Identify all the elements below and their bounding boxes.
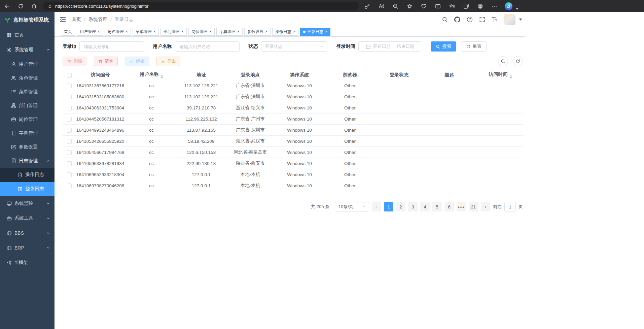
- date-range-picker[interactable]: 开始日期 - 结束日期: [358, 41, 421, 52]
- tab-6[interactable]: 字典管理×: [216, 28, 243, 36]
- favorites-icon[interactable]: [448, 2, 456, 10]
- browser-back-icon[interactable]: [3, 2, 11, 10]
- split-screen-icon[interactable]: [434, 2, 441, 10]
- close-icon[interactable]: ×: [126, 30, 128, 34]
- table-row[interactable]: 1641031367863177216cc113.102.129.221广东省-…: [63, 80, 523, 91]
- next-page-button[interactable]: ›: [481, 202, 490, 211]
- tab-5[interactable]: 岗位管理×: [188, 28, 215, 36]
- avatar-caret-icon[interactable]: [519, 19, 522, 21]
- profile-icon[interactable]: [476, 2, 484, 10]
- prev-page-button[interactable]: ‹: [372, 202, 381, 211]
- unlock-button[interactable]: 解锁: [125, 57, 149, 66]
- page-size-select[interactable]: 10条/页: [335, 202, 369, 211]
- page-ellipsis[interactable]: •••: [457, 202, 466, 211]
- copilot-caret-icon[interactable]: [516, 8, 518, 10]
- table-row[interactable]: 1641044520567181312cc112.96.225.132广东省-广…: [63, 113, 523, 125]
- browser-essentials-icon[interactable]: [420, 2, 427, 10]
- copilot-icon[interactable]: b: [505, 2, 512, 10]
- page-goto-input[interactable]: [504, 202, 516, 211]
- page-button-1[interactable]: 1: [384, 202, 393, 211]
- sidebar-item-param-settings[interactable]: 参数设置: [0, 140, 55, 154]
- password-key-icon[interactable]: [363, 2, 371, 10]
- sidebar-item-login-log[interactable]: 登录日志: [0, 182, 55, 196]
- sort-icon[interactable]: [509, 75, 512, 79]
- fullscreen-icon[interactable]: [479, 17, 485, 23]
- user-name-input[interactable]: [179, 44, 236, 50]
- tab-9[interactable]: 登录日志×: [300, 28, 330, 36]
- column-header[interactable]: 访问时间: [478, 70, 523, 80]
- page-button-2[interactable]: 2: [396, 202, 405, 211]
- sidebar-item-system-tools[interactable]: 系统工具: [0, 211, 55, 226]
- sidebar-item-erp[interactable]: ERP: [0, 240, 55, 255]
- sidebar-item-home[interactable]: 首页: [0, 28, 55, 42]
- row-checkbox[interactable]: [67, 128, 72, 133]
- close-icon[interactable]: ×: [181, 30, 184, 34]
- zoom-out-icon[interactable]: [392, 2, 399, 10]
- tab-7[interactable]: 参数设置×: [244, 28, 271, 36]
- row-checkbox[interactable]: [67, 150, 72, 155]
- table-row[interactable]: 1641053426655825920cc58.19.42.209湖北省-武汉市…: [63, 136, 523, 147]
- row-checkbox[interactable]: [67, 95, 72, 99]
- tab-3[interactable]: 菜单管理×: [133, 28, 159, 36]
- sidebar-item-system-monitor[interactable]: 系统监控: [0, 196, 55, 211]
- close-icon[interactable]: ×: [98, 30, 100, 34]
- toggle-search-button[interactable]: [498, 56, 508, 66]
- sidebar-item-bbs[interactable]: BBS: [0, 226, 55, 240]
- table-row[interactable]: 1641031533185863680cc113.102.129.221广东省-…: [63, 91, 523, 102]
- browser-home-icon[interactable]: [30, 2, 38, 10]
- page-button-4[interactable]: 4: [420, 202, 430, 211]
- sort-icon[interactable]: [160, 75, 163, 79]
- browser-refresh-icon[interactable]: [17, 2, 24, 10]
- reset-button[interactable]: 重置: [461, 41, 487, 52]
- page-button-6[interactable]: 6: [444, 202, 454, 211]
- sidebar-item-yi-framework[interactable]: Yi框架: [0, 255, 55, 270]
- github-icon[interactable]: [454, 17, 460, 23]
- read-aloud-icon[interactable]: [378, 2, 385, 10]
- search-button[interactable]: 搜索: [431, 41, 456, 52]
- sidebar-item-role-management[interactable]: 角色管理: [0, 71, 55, 85]
- app-logo[interactable]: 意框架管理系统: [0, 12, 55, 28]
- row-checkbox[interactable]: [67, 84, 72, 88]
- tab-1[interactable]: 用户管理×: [77, 28, 103, 36]
- sidebar-item-post-management[interactable]: 岗位管理: [0, 112, 55, 126]
- sidebar-collapse-icon[interactable]: [55, 16, 69, 23]
- header-search-icon[interactable]: [442, 17, 448, 23]
- sidebar-item-system-management[interactable]: 系统管理: [0, 42, 55, 57]
- column-header[interactable]: 用户名称: [124, 70, 178, 80]
- close-icon[interactable]: ×: [153, 30, 156, 34]
- table-row[interactable]: 1641054566717984768cc120.6.150.158河北省-秦皇…: [63, 147, 523, 158]
- breadcrumb-system[interactable]: 系统管理: [88, 17, 107, 23]
- refresh-table-button[interactable]: [513, 56, 523, 66]
- row-checkbox[interactable]: [67, 184, 72, 188]
- avatar[interactable]: [504, 14, 515, 25]
- sidebar-item-operation-log[interactable]: 操作日志: [0, 168, 55, 182]
- sidebar-item-menu-management[interactable]: 菜单管理: [0, 85, 55, 99]
- page-button-5[interactable]: 5: [432, 202, 442, 211]
- close-icon[interactable]: ×: [325, 30, 327, 34]
- close-icon[interactable]: ×: [265, 30, 267, 34]
- favorite-add-icon[interactable]: [406, 2, 413, 10]
- table-row[interactable]: 1641059633978281984cc222.90.130.18陕西省-西安…: [63, 158, 523, 169]
- font-size-icon[interactable]: [492, 17, 498, 23]
- table-row[interactable]: 1641044993248464896cc113.87.92.165广东省-深圳…: [63, 125, 523, 136]
- select-all-checkbox[interactable]: [67, 73, 72, 78]
- page-button-21[interactable]: 21: [469, 202, 478, 211]
- row-checkbox[interactable]: [67, 161, 72, 166]
- row-checkbox[interactable]: [67, 106, 72, 110]
- breadcrumb-home[interactable]: 首页: [72, 17, 81, 23]
- close-icon[interactable]: ×: [237, 30, 240, 34]
- tab-2[interactable]: 角色管理×: [105, 28, 131, 36]
- login-ip-input[interactable]: [83, 44, 140, 50]
- sidebar-item-user-management[interactable]: 用户管理: [0, 57, 55, 71]
- table-row[interactable]: 1641043063331753984cc39.171.210.78浙江省-绍兴…: [63, 102, 523, 113]
- close-icon[interactable]: ×: [293, 30, 295, 34]
- more-icon[interactable]: [491, 2, 498, 10]
- tab-0[interactable]: 首页: [61, 28, 75, 36]
- export-button[interactable]: 导出: [156, 57, 180, 66]
- address-bar[interactable]: https://ccnetcore.com:1101/system/log/lo…: [43, 2, 359, 10]
- clear-button[interactable]: 清空: [94, 57, 118, 66]
- table-row[interactable]: 1641069652933218304cc127.0.0.1本地-本机Windo…: [63, 169, 523, 180]
- status-select[interactable]: 登录状态: [261, 41, 327, 52]
- row-checkbox[interactable]: [67, 139, 72, 144]
- page-button-3[interactable]: 3: [408, 202, 418, 211]
